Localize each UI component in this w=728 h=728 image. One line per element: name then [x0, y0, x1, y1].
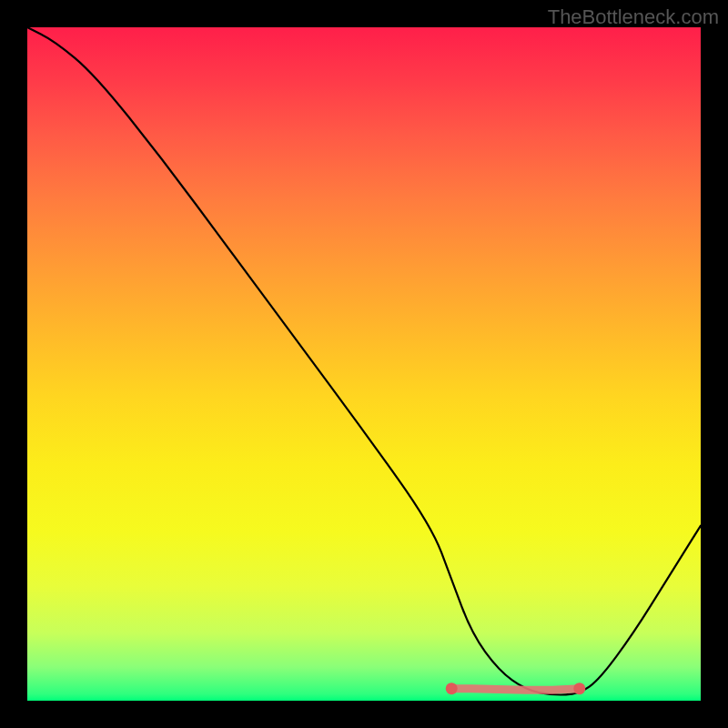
watermark-text: TheBottleneck.com	[548, 5, 719, 29]
marker-dot	[446, 682, 458, 694]
marker-connector	[451, 689, 580, 690]
chart-svg	[27, 27, 701, 701]
curve-line	[27, 27, 701, 694]
bottom-markers	[446, 682, 586, 694]
plot-area	[27, 27, 701, 701]
marker-dot	[573, 682, 585, 694]
